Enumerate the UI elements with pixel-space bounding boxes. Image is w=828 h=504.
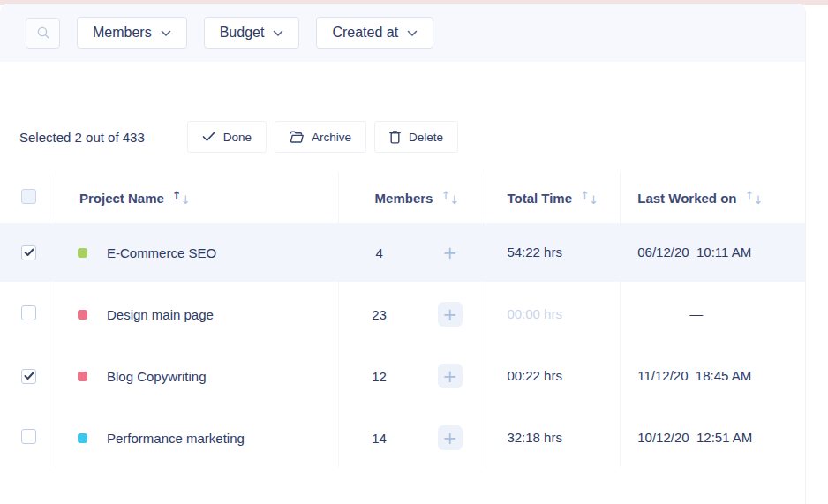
column-header-last-worked-on[interactable]: Last Worked on: [637, 191, 736, 206]
project-name: Performance marketing: [107, 431, 245, 446]
last-worked-on: —: [619, 306, 702, 321]
filter-created-at-dropdown[interactable]: Created at: [316, 17, 433, 49]
project-color-dot: [78, 248, 87, 258]
search-icon: [36, 26, 50, 40]
bulk-actions: Done Archive: [187, 121, 458, 153]
table-row: Design main page 23 + 00:00 hrs —: [0, 285, 805, 343]
column-header-members[interactable]: Members: [375, 191, 433, 206]
done-button[interactable]: Done: [187, 121, 267, 153]
project-name: E-Commerce SEO: [107, 245, 216, 260]
members-count: 14: [365, 431, 395, 446]
total-time: 00:00 hrs: [485, 306, 562, 321]
total-time: 32:18 hrs: [485, 430, 562, 445]
archive-label: Archive: [312, 131, 351, 144]
table-row: Blog Copywriting 12 + 00:22 hrs 11/12/20…: [0, 347, 805, 405]
column-header-total-time[interactable]: Total Time: [507, 191, 572, 206]
members-count: 4: [365, 245, 395, 260]
sort-icon[interactable]: ↑↓: [580, 192, 598, 204]
last-worked-on: 10/12/20 12:51 AM: [619, 430, 752, 445]
row-checkbox[interactable]: [21, 305, 36, 320]
add-member-button[interactable]: +: [438, 364, 463, 388]
delete-button[interactable]: Delete: [374, 121, 458, 153]
projects-panel: Members Budget Created at Selected 2 out…: [0, 4, 806, 504]
chevron-down-icon: [273, 30, 283, 37]
archive-button[interactable]: Archive: [275, 121, 366, 153]
add-member-button[interactable]: +: [438, 302, 463, 327]
sort-icon[interactable]: ↑↓: [440, 192, 459, 204]
total-time: 00:22 hrs: [485, 368, 562, 383]
check-icon: [202, 132, 215, 142]
filter-members-dropdown[interactable]: Members: [77, 17, 187, 49]
table-row: E-Commerce SEO 4 + 54:22 hrs 06/12/20 10…: [0, 223, 805, 282]
add-member-button[interactable]: +: [438, 240, 463, 265]
last-worked-on: 11/12/20 18:45 AM: [619, 368, 751, 383]
members-count: 23: [365, 307, 395, 322]
filter-budget-dropdown[interactable]: Budget: [204, 17, 300, 49]
search-button[interactable]: [26, 18, 60, 49]
project-color-dot: [78, 433, 87, 443]
project-name: Blog Copywriting: [107, 369, 207, 384]
select-all-checkbox[interactable]: [21, 189, 36, 204]
filter-members-label: Members: [93, 25, 152, 41]
column-header-project-name[interactable]: Project Name: [79, 191, 164, 206]
table-row: Performance marketing 14 + 32:18 hrs 10/…: [0, 409, 805, 467]
chevron-down-icon: [161, 30, 171, 37]
chevron-down-icon: [407, 30, 418, 37]
folder-icon: [290, 131, 304, 143]
done-label: Done: [223, 131, 252, 144]
project-color-dot: [78, 372, 87, 381]
total-time: 54:22 hrs: [485, 244, 562, 260]
last-worked-on: 06/12/20 10:11 AM: [619, 244, 751, 260]
project-color-dot: [78, 310, 87, 320]
selection-count: Selected 2 out of 433: [19, 130, 145, 145]
sort-icon[interactable]: ↑↓: [745, 192, 764, 204]
trash-icon: [389, 131, 401, 144]
table-header: Project Name ↑↓ Members ↑↓ Total Time ↑↓…: [0, 172, 805, 223]
row-checkbox[interactable]: [21, 429, 36, 444]
selection-bar: Selected 2 out of 433 Done Archive: [0, 121, 805, 153]
add-member-button[interactable]: +: [438, 425, 463, 450]
filter-bar: Members Budget Created at: [0, 4, 805, 62]
members-count: 12: [365, 369, 395, 384]
row-checkbox[interactable]: [21, 369, 36, 384]
sort-icon[interactable]: ↑↓: [172, 192, 191, 204]
delete-label: Delete: [409, 131, 443, 144]
filter-budget-label: Budget: [220, 25, 265, 41]
row-checkbox[interactable]: [21, 245, 36, 260]
project-name: Design main page: [107, 307, 214, 322]
projects-table: Project Name ↑↓ Members ↑↓ Total Time ↑↓…: [0, 172, 805, 467]
filter-created-at-label: Created at: [332, 25, 398, 41]
